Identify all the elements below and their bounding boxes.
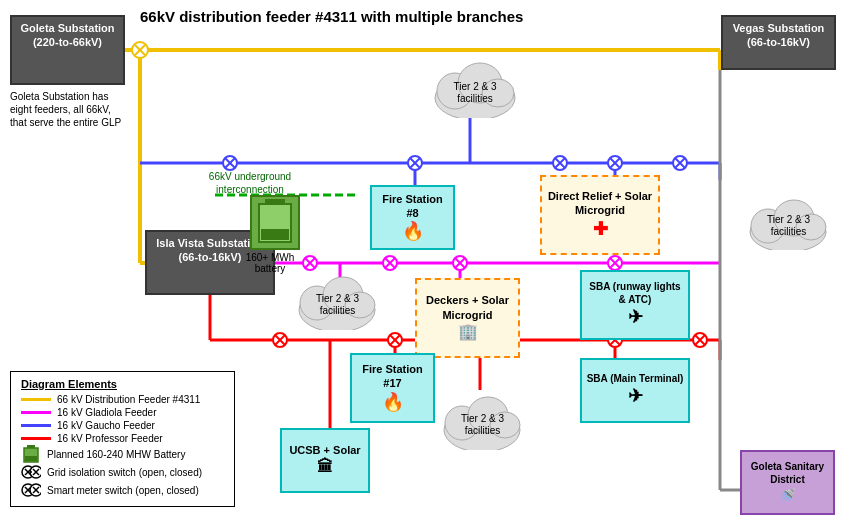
svg-line-33	[410, 158, 420, 168]
fire-station-17-box: Fire Station #17 🔥	[350, 353, 435, 423]
svg-line-47	[385, 258, 395, 268]
svg-point-46	[383, 256, 397, 270]
svg-rect-91	[25, 456, 37, 461]
svg-point-67	[693, 333, 707, 347]
deckers-box: Deckers + Solar Microgrid 🏢	[415, 278, 520, 358]
legend-item-gaucho: 16 kV Gaucho Feeder	[21, 420, 224, 431]
fire-station-8-box: Fire Station #8 🔥	[370, 185, 455, 250]
goleta-sanitary-box: Goleta Sanitary District 🚿	[740, 450, 835, 515]
ucsb-box: UCSB + Solar 🏛	[280, 428, 370, 493]
svg-point-28	[223, 156, 237, 170]
page-title: 66kV distribution feeder #4311 with mult…	[140, 8, 523, 25]
legend: Diagram Elements 66 kV Distribution Feed…	[10, 371, 235, 507]
legend-title: Diagram Elements	[21, 378, 224, 390]
svg-line-32	[410, 158, 420, 168]
legend-line-gaucho	[21, 424, 51, 427]
tier2-3-bot-cloud: Tier 2 & 3 facilities	[440, 385, 525, 450]
legend-item-smart-switch: Smart meter switch (open, closed)	[21, 482, 224, 498]
svg-line-48	[385, 258, 395, 268]
svg-point-37	[608, 156, 622, 170]
battery-icon	[250, 195, 300, 250]
legend-line-66kv	[21, 398, 51, 401]
battery-legend-icon	[21, 446, 41, 462]
legend-item-gladiola: 16 kV Gladiola Feeder	[21, 407, 224, 418]
goleta-description: Goleta Substation has eight feeders, all…	[10, 90, 125, 129]
svg-line-60	[390, 335, 400, 345]
svg-line-39	[610, 158, 620, 168]
goleta-substation: Goleta Substation (220-to-66kV)	[10, 15, 125, 85]
svg-point-58	[388, 333, 402, 347]
svg-line-69	[695, 335, 705, 345]
direct-relief-box: Direct Relief + Solar Microgrid ✚	[540, 175, 660, 255]
grid-switch-legend-icon	[21, 464, 41, 480]
tier2-3-bot-label: Tier 2 & 3 facilities	[444, 413, 521, 437]
underground-label: 66kV underground interconnection	[200, 170, 300, 196]
svg-line-54	[610, 258, 620, 268]
svg-line-68	[695, 335, 705, 345]
tier2-3-mid-cloud: Tier 2 & 3 facilities	[295, 265, 380, 330]
svg-point-31	[408, 156, 422, 170]
legend-line-gladiola	[21, 411, 51, 414]
svg-point-40	[673, 156, 687, 170]
svg-point-52	[608, 256, 622, 270]
legend-item-battery: Planned 160-240 MHW Battery	[21, 446, 224, 462]
svg-line-30	[225, 158, 235, 168]
svg-line-50	[455, 258, 465, 268]
svg-line-56	[275, 335, 285, 345]
svg-line-57	[275, 335, 285, 345]
svg-point-34	[553, 156, 567, 170]
svg-line-35	[555, 158, 565, 168]
svg-line-36	[555, 158, 565, 168]
tier2-3-right-label: Tier 2 & 3 facilities	[750, 214, 827, 238]
svg-line-59	[390, 335, 400, 345]
legend-item-66kv: 66 kV Distribution Feeder #4311	[21, 394, 224, 405]
svg-point-25	[132, 42, 148, 58]
svg-rect-72	[261, 229, 289, 240]
smart-switch-legend-icon	[21, 482, 41, 498]
svg-line-41	[675, 158, 685, 168]
tier2-3-mid-label: Tier 2 & 3 facilities	[299, 293, 376, 317]
legend-item-grid-switch: Grid isolation switch (open, closed)	[21, 464, 224, 480]
legend-item-professor: 16 kV Professor Feeder	[21, 433, 224, 444]
tier2-3-top-cloud: Tier 2 & 3 facilities	[430, 53, 520, 118]
svg-line-42	[675, 158, 685, 168]
svg-line-38	[610, 158, 620, 168]
legend-line-professor	[21, 437, 51, 440]
vegas-substation: Vegas Substation (66-to-16kV)	[721, 15, 836, 70]
sba-atc-box: SBA (runway lights & ATC) ✈	[580, 270, 690, 340]
svg-point-55	[273, 333, 287, 347]
diagram-container: 66kV distribution feeder #4311 with mult…	[0, 0, 846, 527]
svg-line-27	[135, 45, 145, 55]
svg-line-29	[225, 158, 235, 168]
sba-main-box: SBA (Main Terminal) ✈	[580, 358, 690, 423]
svg-point-49	[453, 256, 467, 270]
tier2-3-right-cloud: Tier 2 & 3 facilities	[746, 190, 831, 250]
svg-line-26	[135, 45, 145, 55]
svg-line-51	[455, 258, 465, 268]
svg-line-53	[610, 258, 620, 268]
tier2-3-top-label: Tier 2 & 3 facilities	[435, 81, 515, 105]
